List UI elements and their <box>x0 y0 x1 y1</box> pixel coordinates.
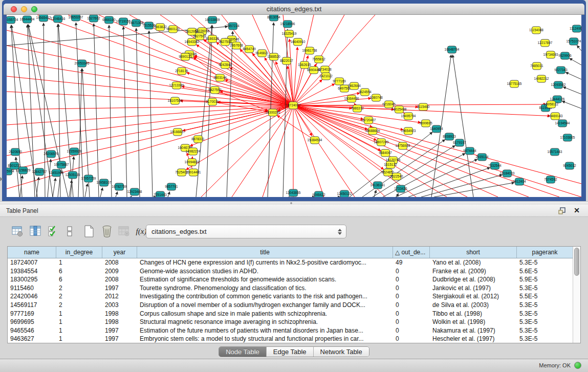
graph-node[interactable]: 15384534 <box>308 137 322 144</box>
table-cell[interactable]: 2008 <box>102 275 137 284</box>
table-cell[interactable]: 5.3E-5 <box>517 326 573 335</box>
table-cell[interactable]: 5.6E-5 <box>517 267 573 276</box>
citation-edge-red[interactable] <box>187 73 293 105</box>
table-cell[interactable]: 1 <box>56 310 102 318</box>
table-cell[interactable]: 9115460 <box>8 284 56 293</box>
table-cell[interactable]: 5.3E-5 <box>517 258 573 267</box>
graph-node[interactable]: 18807249 <box>374 139 389 146</box>
table-row[interactable]: 2242004622012Investigating the contribut… <box>8 292 573 301</box>
table-cell[interactable]: Estimation of the future numbers of pati… <box>137 326 393 335</box>
citation-edge-red[interactable] <box>68 15 293 105</box>
graph-node[interactable]: 7632544 <box>488 162 502 169</box>
graph-node[interactable]: 1615132 <box>384 161 397 168</box>
graph-node[interactable]: 9245012 <box>563 162 576 169</box>
graph-node[interactable]: 10571443 <box>548 148 562 156</box>
table-cell[interactable]: 1997 <box>102 335 137 343</box>
graph-node[interactable]: 18300295 <box>266 109 280 116</box>
table-cell[interactable]: Hescheler et al. (1997) <box>430 335 517 343</box>
citation-edge-black[interactable] <box>283 29 288 197</box>
graph-node[interactable]: 9857791 <box>165 183 178 190</box>
graph-node[interactable]: 16543382 <box>185 38 200 46</box>
graph-node[interactable]: 2620650 <box>9 148 22 156</box>
table-row[interactable]: 1938455462009Genome-wide association stu… <box>8 267 573 276</box>
table-cell[interactable]: Structural magnetic resonance image aver… <box>137 318 393 326</box>
graph-node[interactable]: 7251443 <box>154 191 167 197</box>
graph-node[interactable]: 12505135 <box>66 171 80 179</box>
table-cell[interactable]: 1 <box>56 326 102 335</box>
panel-expander-arrow-icon[interactable] <box>0 177 3 181</box>
graph-node[interactable]: 1421022 <box>319 73 333 80</box>
table-cell[interactable]: 18724007 <box>8 258 56 267</box>
table-cell[interactable]: 0 <box>393 275 430 284</box>
table-cell[interactable]: 5.9E-5 <box>517 275 573 284</box>
table-cell[interactable]: Embryonic stem cells: a model to study s… <box>137 335 393 343</box>
select-all-icon[interactable] <box>46 224 60 238</box>
graph-node[interactable]: 8813054 <box>267 15 280 21</box>
table-cell[interactable]: 18300295 <box>8 275 56 284</box>
graph-node[interactable]: 10975887 <box>54 161 69 168</box>
graph-node[interactable]: 9170031 <box>206 98 219 105</box>
memory-status-indicator[interactable] <box>574 362 581 369</box>
citation-network-graph[interactable]: 1405572416944404195654121204641610653267… <box>7 15 581 197</box>
table-cell[interactable]: 1998 <box>102 310 137 318</box>
table-cell[interactable]: de Silva et al. (2003) <box>430 301 517 310</box>
graph-node[interactable]: 20206576 <box>44 150 59 158</box>
tab-node-table[interactable]: Node Table <box>219 347 267 357</box>
citation-edge-black[interactable] <box>136 28 140 197</box>
table-cell[interactable]: 2 <box>56 301 102 310</box>
citation-edge-black[interactable] <box>452 55 473 197</box>
table-cell[interactable]: Tourette syndrome. Phenomenology and cla… <box>137 284 393 293</box>
graph-node[interactable]: 2718176 <box>175 68 188 75</box>
citation-edge-black[interactable] <box>100 188 103 197</box>
table-cell[interactable]: 2012 <box>102 292 137 301</box>
graph-node[interactable]: 7485031 <box>530 62 543 70</box>
table-cell[interactable]: 1997 <box>102 284 137 293</box>
column-header-out_de[interactable]: △ out_de... <box>393 247 430 258</box>
graph-node[interactable]: 15720407 <box>361 117 376 124</box>
table-cell[interactable]: Tibbo et al. (1998) <box>430 310 517 318</box>
graph-node[interactable]: 11451904 <box>49 169 64 177</box>
graph-node[interactable]: 19654923 <box>401 127 416 135</box>
graph-node[interactable]: 16033809 <box>205 16 220 24</box>
table-cell[interactable]: 2008 <box>102 258 137 267</box>
graph-node[interactable]: 19565412 <box>36 15 51 21</box>
graph-node[interactable]: 6179197 <box>453 139 466 146</box>
citation-edge-black[interactable] <box>408 167 490 197</box>
graph-node[interactable]: 7857224 <box>226 23 239 30</box>
citation-edge-black[interactable] <box>374 190 376 197</box>
close-panel-icon[interactable]: ✕ <box>574 206 580 214</box>
graph-node[interactable]: 9146821 <box>255 50 269 57</box>
citation-edge-black[interactable] <box>577 46 581 51</box>
table-cell[interactable]: 0 <box>393 310 430 318</box>
graph-node[interactable]: 15751074 <box>567 38 581 45</box>
table-cell[interactable]: Disruption of a novel member of a sodium… <box>137 301 393 310</box>
citation-edge-red[interactable] <box>290 39 293 105</box>
column-visibility-icon[interactable] <box>28 224 42 238</box>
graph-node[interactable]: 9227343 <box>554 67 568 74</box>
graph-node[interactable]: 10469143 <box>548 113 563 120</box>
table-cell[interactable]: Investigating the contribution of common… <box>137 292 393 301</box>
table-cell[interactable]: 0 <box>393 318 430 326</box>
graph-node[interactable]: 1640954 <box>430 125 443 133</box>
column-header-year[interactable]: year <box>102 247 137 258</box>
table-cell[interactable]: Estimation of significance thresholds fo… <box>137 275 393 284</box>
graph-node[interactable]: 2867608 <box>230 42 243 49</box>
network-window-titlebar[interactable]: citations_edges.txt <box>4 4 584 15</box>
graph-node[interactable]: 12450122 <box>337 190 352 197</box>
citation-edge-black[interactable] <box>109 25 112 197</box>
table-cell[interactable]: 14569117 <box>8 301 56 310</box>
table-cell[interactable]: 1998 <box>102 318 137 326</box>
graph-node[interactable]: 14671368 <box>129 19 144 27</box>
table-row[interactable]: 1872400712008Changes of HCN gene express… <box>8 258 573 267</box>
clear-selection-icon[interactable] <box>62 224 77 238</box>
table-cell[interactable]: Jankovic et al. (1997) <box>430 284 517 293</box>
graph-node[interactable]: 8454749 <box>243 46 256 53</box>
graph-node[interactable]: 14982224 <box>186 148 201 155</box>
citation-edge-black[interactable] <box>570 58 581 65</box>
graph-node[interactable]: 6734028 <box>318 66 332 73</box>
graph-node[interactable]: 9246422 <box>312 191 325 197</box>
float-panel-icon[interactable] <box>558 207 565 214</box>
graph-node[interactable]: 18107554 <box>168 97 183 104</box>
graph-node[interactable]: 9412404 <box>513 178 526 185</box>
graph-node[interactable]: 16782759 <box>112 183 127 190</box>
